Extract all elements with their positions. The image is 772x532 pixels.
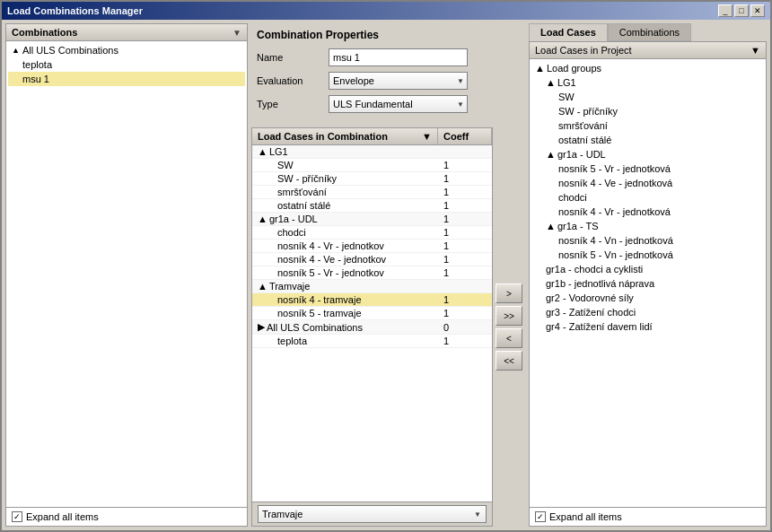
table-row[interactable]: smršťování 1 [252,186,492,199]
list-item[interactable]: gr2 - Vodorovné síly [531,291,764,305]
list-item[interactable]: nosník 4 - Ve - jednotková [531,176,764,190]
list-item[interactable]: gr3 - Zatížení chodci [531,305,764,319]
right-tree[interactable]: ▲Load groups ▲LG1 SW SW - příčníky smršť… [530,59,766,507]
list-item[interactable]: ▲gr1a - TS [531,219,764,233]
properties-title: Combination Properties [257,29,520,41]
list-item[interactable]: ▲LG1 [531,75,764,90]
row-label: ▶All ULS Combinations [252,320,438,334]
list-item[interactable]: chodci [531,190,764,205]
table-arrows-row: Load Cases in Combination ▼ Coeff ▲LG1 S… [251,127,525,527]
list-item[interactable]: gr1a - chodci a cyklisti [531,262,764,276]
list-item[interactable]: gr4 - Zatížení davem lidí [531,319,764,334]
move-left-double-button[interactable]: << [496,351,522,371]
table-footer: Tramvaje [252,501,492,526]
move-right-single-button[interactable]: > [496,283,522,303]
type-select-wrapper: ULS Fundamental ULS Accidental [329,95,468,113]
table-row[interactable]: teplota 1 [252,335,492,348]
table-row[interactable]: nosník 4 - Vr - jednotkov 1 [252,240,492,253]
row-label: teplota [252,335,438,347]
row-label: ▲LG1 [252,145,438,158]
tree-item-all-uls[interactable]: ▲ All ULS Combinations [8,43,245,57]
table-body[interactable]: ▲LG1 SW 1 SW - příčníky 1 smršťování [252,145,492,501]
table-row[interactable]: ▶All ULS Combinations 0 [252,320,492,335]
expand-all-checkbox[interactable] [12,511,22,522]
table-row[interactable]: chodci 1 [252,226,492,240]
footer-select-wrapper: Tramvaje [258,505,487,523]
evaluation-row: Evaluation Envelope Linear [257,72,520,90]
row-label: ostatní stálé [252,199,438,212]
list-item[interactable]: ▲gr1a - UDL [531,147,764,161]
combination-table: Load Cases in Combination ▼ Coeff ▲LG1 S… [251,127,493,527]
middle-panel: Combination Properties Name Evaluation E… [251,23,525,527]
name-label: Name [257,52,329,63]
col-filter-icon[interactable]: ▼ [422,131,432,142]
right-filter-icon[interactable]: ▼ [750,45,760,56]
row-coeff: 1 [438,335,492,347]
right-header: Load Cases in Project ▼ [530,42,766,59]
table-row-selected[interactable]: nosník 4 - tramvaje 1 [252,293,492,307]
table-row[interactable]: ostatní stálé 1 [252,199,492,213]
combinations-header: Combinations ▼ [6,24,247,41]
list-item[interactable]: nosník 4 - Vr - jednotková [531,205,764,219]
table-row[interactable]: nosník 5 - Vr - jednotkov 1 [252,266,492,280]
arrow-buttons: > >> < << [493,127,525,527]
list-item[interactable]: nosník 5 - Vr - jednotková [531,161,764,176]
combinations-panel: Combinations ▼ ▲ All ULS Combinations te… [5,23,248,527]
row-label: SW - příčníky [252,172,438,185]
footer-select[interactable]: Tramvaje [258,505,487,523]
tree-item-teplota[interactable]: teplota [8,57,245,72]
table-row[interactable]: ▲Tramvaje [252,280,492,293]
right-content: Load Cases in Project ▼ ▲Load groups ▲LG… [529,41,767,527]
table-row[interactable]: SW - příčníky 1 [252,172,492,186]
main-window: Load Combinations Manager _ □ ✕ Combinat… [0,0,772,532]
table-header: Load Cases in Combination ▼ Coeff [252,128,492,145]
evaluation-select[interactable]: Envelope Linear [329,72,468,90]
window-title: Load Combinations Manager [7,5,143,16]
list-item[interactable]: nosník 4 - Vn - jednotková [531,233,764,248]
row-coeff: 1 [438,226,492,239]
maximize-button[interactable]: □ [734,4,749,17]
close-button[interactable]: ✕ [750,4,765,17]
row-coeff: 1 [438,159,492,171]
name-input[interactable] [329,48,468,66]
table-row[interactable]: ▲gr1a - UDL 1 [252,213,492,226]
list-item[interactable]: ostatní stálé [531,133,764,147]
tab-bar: Load Cases Combinations [529,23,767,41]
minimize-button[interactable]: _ [718,4,733,17]
list-item[interactable]: nosník 5 - Vn - jednotková [531,248,764,262]
row-label: SW [252,159,438,171]
move-left-single-button[interactable]: < [496,328,522,348]
list-item[interactable]: SW [531,90,764,104]
table-row[interactable]: nosník 5 - tramvaje 1 [252,307,492,320]
tree-item-label: msu 1 [22,74,49,84]
right-expand-all-checkbox[interactable] [535,511,546,522]
list-item[interactable]: ▲Load groups [531,61,764,75]
name-row: Name [257,48,520,66]
list-item[interactable]: SW - příčníky [531,104,764,118]
row-coeff: 1 [438,266,492,279]
table-row[interactable]: SW 1 [252,159,492,172]
row-coeff: 1 [438,172,492,185]
evaluation-select-wrapper: Envelope Linear [329,72,468,90]
table-row[interactable]: ▲LG1 [252,145,492,159]
row-label: ▲gr1a - UDL [252,213,438,225]
type-label: Type [257,99,329,109]
table-row[interactable]: nosník 4 - Ve - jednotkov 1 [252,253,492,266]
combinations-footer: Expand all items [6,507,247,526]
list-item[interactable]: smršťování [531,118,764,133]
filter-icon[interactable]: ▼ [232,28,241,38]
move-right-double-button[interactable]: >> [496,306,522,326]
row-coeff [438,151,492,153]
col-coeff-header: Coeff [438,128,492,144]
combinations-tree[interactable]: ▲ All ULS Combinations teplota msu 1 [6,41,247,507]
tree-item-msu1[interactable]: msu 1 [8,72,245,86]
row-coeff: 1 [438,186,492,198]
type-select[interactable]: ULS Fundamental ULS Accidental [329,95,468,113]
evaluation-label: Evaluation [257,75,329,86]
title-bar: Load Combinations Manager _ □ ✕ [2,2,770,20]
list-item[interactable]: gr1b - jednotlivá náprava [531,276,764,291]
right-expand-all-label: Expand all items [549,511,622,522]
tree-item-label: teplota [22,59,52,70]
tab-combinations[interactable]: Combinations [608,23,691,41]
tab-load-cases[interactable]: Load Cases [529,23,608,41]
